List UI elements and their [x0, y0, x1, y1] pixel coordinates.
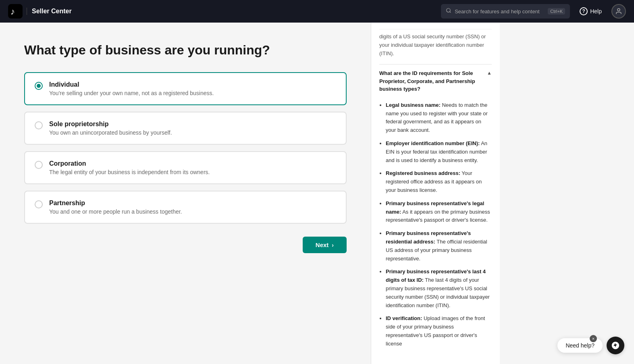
- help-circle-icon: ?: [580, 7, 588, 15]
- option-individual[interactable]: Individual You're selling under your own…: [24, 72, 347, 105]
- list-item: Legal business name: Needs to match the …: [386, 101, 492, 135]
- help-button[interactable]: ? Help: [576, 7, 605, 15]
- svg-point-3: [617, 8, 620, 11]
- business-type-options: Individual You're selling under your own…: [24, 72, 347, 224]
- option-individual-title: Individual: [49, 81, 336, 88]
- search-icon: [446, 8, 451, 15]
- radio-sole-proprietorship: [35, 121, 43, 129]
- requirements-list: Legal business name: Needs to match the …: [379, 98, 492, 356]
- main-content: What type of business are you running? I…: [0, 23, 634, 364]
- user-icon: [615, 8, 622, 15]
- radio-corporation: [35, 161, 43, 169]
- option-sole-proprietorship-desc: You own an unincorporated business by yo…: [49, 129, 336, 136]
- option-sole-proprietorship[interactable]: Sole proprietorship You own an unincorpo…: [24, 112, 347, 145]
- need-help-widget: Need help? ×: [557, 337, 624, 354]
- list-item: Primary business representative's legal …: [386, 200, 492, 225]
- next-arrow-icon: ›: [332, 242, 334, 248]
- option-corporation-desc: The legal entity of your business is ind…: [49, 169, 336, 175]
- header: ♪ Seller Center Search for features and …: [0, 0, 634, 23]
- req-ein-bold: Employer identification number (EIN):: [386, 140, 480, 146]
- seller-center-label: Seller Center: [27, 8, 72, 15]
- req-id-verification-bold: ID verification:: [386, 315, 422, 321]
- list-item: ID verification: Upload images of the fr…: [386, 314, 492, 348]
- option-corporation[interactable]: Corporation The legal entity of your bus…: [24, 151, 347, 184]
- help-label: Help: [590, 8, 602, 15]
- tiktok-logo-icon: ♪: [8, 4, 23, 19]
- chat-icon: [611, 341, 620, 350]
- option-individual-desc: You're selling under your own name, not …: [49, 90, 336, 96]
- option-partnership[interactable]: Partnership You and one or more people r…: [24, 191, 347, 224]
- option-corporation-title: Corporation: [49, 160, 336, 167]
- list-item: Primary business representative's last 4…: [386, 268, 492, 310]
- option-sole-proprietorship-title: Sole proprietorship: [49, 121, 336, 128]
- search-shortcut-badge: Ctrl+K: [548, 8, 565, 15]
- radio-partnership: [35, 200, 43, 208]
- right-panel: digits of a US social security number (S…: [371, 23, 500, 364]
- user-avatar-button[interactable]: [611, 4, 626, 19]
- req-address-bold: Registered business address:: [386, 170, 460, 176]
- page-title: What type of business are you running?: [24, 43, 347, 58]
- svg-text:♪: ♪: [10, 6, 15, 17]
- need-help-icon-button[interactable]: [607, 337, 624, 354]
- search-bar[interactable]: Search for features and help content Ctr…: [441, 4, 570, 19]
- option-partnership-title: Partnership: [49, 200, 336, 207]
- list-item: Primary business representative's reside…: [386, 229, 492, 263]
- svg-point-2: [447, 8, 450, 12]
- id-requirements-section[interactable]: What are the ID requirements for Sole Pr…: [379, 64, 492, 98]
- brand-logo[interactable]: ♪ Seller Center: [8, 4, 72, 19]
- need-help-close-button[interactable]: ×: [590, 335, 597, 342]
- next-button[interactable]: Next ›: [303, 237, 347, 253]
- search-placeholder-text: Search for features and help content: [455, 8, 539, 15]
- req-rep-name-text: As it appears on the primary business re…: [386, 209, 490, 223]
- chevron-up-icon: ▲: [487, 70, 492, 76]
- option-partnership-desc: You and one or more people run a busines…: [49, 208, 336, 215]
- list-item: Employer identification number (EIN): An…: [386, 139, 492, 164]
- radio-individual: [35, 82, 43, 90]
- id-requirements-question: What are the ID requirements for Sole Pr…: [379, 69, 484, 93]
- list-item: Registered business address: Your regist…: [386, 169, 492, 194]
- left-panel: What type of business are you running? I…: [0, 23, 371, 364]
- faded-intro-text: digits of a US social security number (S…: [379, 29, 492, 58]
- req-legal-name-bold: Legal business name:: [386, 102, 441, 108]
